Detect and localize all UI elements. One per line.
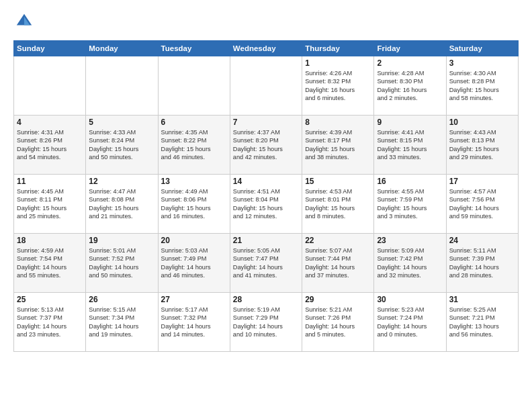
calendar-cell: 20Sunrise: 5:03 AM Sunset: 7:49 PM Dayli… [158,234,230,293]
day-info: Sunrise: 5:21 AM Sunset: 7:26 PM Dayligh… [305,306,371,339]
calendar-cell: 19Sunrise: 5:01 AM Sunset: 7:52 PM Dayli… [86,234,158,293]
day-number: 10 [449,118,515,127]
day-number: 11 [17,177,83,186]
day-info: Sunrise: 4:35 AM Sunset: 8:22 PM Dayligh… [161,128,227,162]
day-header-tuesday: Tuesday [158,41,230,56]
day-info: Sunrise: 4:49 AM Sunset: 8:06 PM Dayligh… [161,187,227,221]
calendar-cell: 18Sunrise: 4:59 AM Sunset: 7:54 PM Dayli… [14,234,86,293]
calendar-cell: 7Sunrise: 4:37 AM Sunset: 8:20 PM Daylig… [230,116,302,175]
day-info: Sunrise: 4:41 AM Sunset: 8:15 PM Dayligh… [377,128,443,162]
calendar-week-row: 1Sunrise: 4:26 AM Sunset: 8:32 PM Daylig… [14,56,519,116]
calendar-cell: 1Sunrise: 4:26 AM Sunset: 8:32 PM Daylig… [302,56,374,116]
calendar-cell: 22Sunrise: 5:07 AM Sunset: 7:44 PM Dayli… [302,234,374,293]
logo [13,12,35,34]
calendar-cell: 17Sunrise: 4:57 AM Sunset: 7:56 PM Dayli… [446,175,518,234]
day-info: Sunrise: 4:53 AM Sunset: 8:01 PM Dayligh… [305,187,371,221]
calendar-table: SundayMondayTuesdayWednesdayThursdayFrid… [13,40,519,352]
calendar-cell: 4Sunrise: 4:31 AM Sunset: 8:26 PM Daylig… [14,116,86,175]
day-info: Sunrise: 5:13 AM Sunset: 7:37 PM Dayligh… [17,306,83,339]
calendar-header-row: SundayMondayTuesdayWednesdayThursdayFrid… [14,41,519,56]
day-number: 13 [161,177,227,186]
day-header-thursday: Thursday [302,41,374,56]
day-number: 8 [305,118,371,127]
header [13,12,519,34]
day-number: 14 [233,177,299,186]
day-number: 22 [305,236,371,245]
calendar-week-row: 4Sunrise: 4:31 AM Sunset: 8:26 PM Daylig… [14,116,519,175]
calendar-cell [230,56,302,116]
calendar-cell: 3Sunrise: 4:30 AM Sunset: 8:28 PM Daylig… [446,56,518,116]
day-info: Sunrise: 4:37 AM Sunset: 8:20 PM Dayligh… [233,128,299,162]
day-info: Sunrise: 5:01 AM Sunset: 7:52 PM Dayligh… [89,246,154,280]
day-number: 16 [377,177,443,186]
day-number: 4 [17,118,83,127]
day-info: Sunrise: 4:59 AM Sunset: 7:54 PM Dayligh… [17,246,83,280]
calendar-cell [14,56,86,116]
day-info: Sunrise: 4:51 AM Sunset: 8:04 PM Dayligh… [233,187,299,221]
calendar-cell: 30Sunrise: 5:23 AM Sunset: 7:24 PM Dayli… [374,293,446,352]
calendar-cell: 6Sunrise: 4:35 AM Sunset: 8:22 PM Daylig… [158,116,230,175]
day-number: 19 [89,236,154,245]
day-number: 12 [89,177,154,186]
calendar-cell: 26Sunrise: 5:15 AM Sunset: 7:34 PM Dayli… [86,293,158,352]
calendar-cell: 10Sunrise: 4:43 AM Sunset: 8:13 PM Dayli… [446,116,518,175]
day-number: 17 [449,177,515,186]
day-info: Sunrise: 4:47 AM Sunset: 8:08 PM Dayligh… [89,187,154,221]
day-header-friday: Friday [374,41,446,56]
calendar-cell [86,56,158,116]
calendar-week-row: 11Sunrise: 4:45 AM Sunset: 8:11 PM Dayli… [14,175,519,234]
day-number: 6 [161,118,227,127]
day-number: 26 [89,295,154,304]
calendar-cell: 13Sunrise: 4:49 AM Sunset: 8:06 PM Dayli… [158,175,230,234]
day-number: 28 [233,295,299,304]
day-info: Sunrise: 5:17 AM Sunset: 7:32 PM Dayligh… [161,306,227,339]
calendar-page: SundayMondayTuesdayWednesdayThursdayFrid… [0,0,532,411]
day-info: Sunrise: 4:26 AM Sunset: 8:32 PM Dayligh… [305,69,371,103]
day-info: Sunrise: 4:43 AM Sunset: 8:13 PM Dayligh… [449,128,515,162]
day-number: 23 [377,236,443,245]
day-number: 5 [89,118,154,127]
calendar-cell: 21Sunrise: 5:05 AM Sunset: 7:47 PM Dayli… [230,234,302,293]
day-info: Sunrise: 4:31 AM Sunset: 8:26 PM Dayligh… [17,128,83,162]
day-info: Sunrise: 4:39 AM Sunset: 8:17 PM Dayligh… [305,128,371,162]
calendar-cell: 5Sunrise: 4:33 AM Sunset: 8:24 PM Daylig… [86,116,158,175]
calendar-cell: 24Sunrise: 5:11 AM Sunset: 7:39 PM Dayli… [446,234,518,293]
day-header-monday: Monday [86,41,158,56]
day-number: 20 [161,236,227,245]
day-info: Sunrise: 5:03 AM Sunset: 7:49 PM Dayligh… [161,246,227,280]
day-info: Sunrise: 4:55 AM Sunset: 7:59 PM Dayligh… [377,187,443,221]
day-info: Sunrise: 4:33 AM Sunset: 8:24 PM Dayligh… [89,128,154,162]
calendar-week-row: 25Sunrise: 5:13 AM Sunset: 7:37 PM Dayli… [14,293,519,352]
day-number: 7 [233,118,299,127]
day-number: 24 [449,236,515,245]
day-info: Sunrise: 5:09 AM Sunset: 7:42 PM Dayligh… [377,246,443,280]
calendar-cell: 14Sunrise: 4:51 AM Sunset: 8:04 PM Dayli… [230,175,302,234]
day-number: 2 [377,58,443,68]
day-number: 18 [17,236,83,245]
calendar-cell: 23Sunrise: 5:09 AM Sunset: 7:42 PM Dayli… [374,234,446,293]
day-header-wednesday: Wednesday [230,41,302,56]
day-number: 29 [305,295,371,304]
day-info: Sunrise: 5:05 AM Sunset: 7:47 PM Dayligh… [233,246,299,280]
day-number: 25 [17,295,83,304]
day-number: 30 [377,295,443,304]
day-info: Sunrise: 5:15 AM Sunset: 7:34 PM Dayligh… [89,306,154,339]
calendar-cell: 29Sunrise: 5:21 AM Sunset: 7:26 PM Dayli… [302,293,374,352]
day-number: 21 [233,236,299,245]
day-header-saturday: Saturday [446,41,518,56]
calendar-cell: 25Sunrise: 5:13 AM Sunset: 7:37 PM Dayli… [14,293,86,352]
calendar-cell [158,56,230,116]
calendar-cell: 27Sunrise: 5:17 AM Sunset: 7:32 PM Dayli… [158,293,230,352]
day-info: Sunrise: 5:23 AM Sunset: 7:24 PM Dayligh… [377,306,443,339]
calendar-cell: 8Sunrise: 4:39 AM Sunset: 8:17 PM Daylig… [302,116,374,175]
calendar-cell: 31Sunrise: 5:25 AM Sunset: 7:21 PM Dayli… [446,293,518,352]
day-info: Sunrise: 4:28 AM Sunset: 8:30 PM Dayligh… [377,69,443,103]
logo-icon [15,12,34,31]
day-info: Sunrise: 4:30 AM Sunset: 8:28 PM Dayligh… [449,69,515,103]
day-info: Sunrise: 5:07 AM Sunset: 7:44 PM Dayligh… [305,246,371,280]
calendar-cell: 28Sunrise: 5:19 AM Sunset: 7:29 PM Dayli… [230,293,302,352]
day-info: Sunrise: 4:57 AM Sunset: 7:56 PM Dayligh… [449,187,515,221]
day-info: Sunrise: 5:25 AM Sunset: 7:21 PM Dayligh… [449,306,515,339]
day-number: 9 [377,118,443,127]
day-number: 31 [449,295,515,304]
